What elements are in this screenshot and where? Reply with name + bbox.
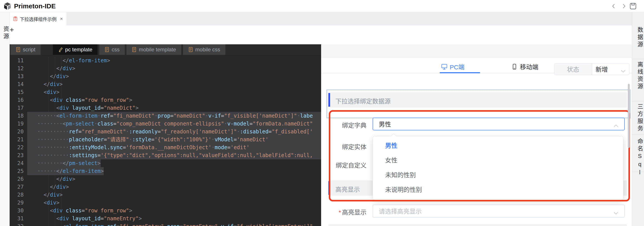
section-title: 下拉选择绑定数据源 [335, 97, 390, 105]
chevron-down-icon [613, 209, 618, 213]
line-number: 21 [10, 136, 27, 143]
preview-toolbar: 刷新 [321, 44, 632, 58]
save-icon[interactable] [630, 3, 636, 10]
line-number: 26 [10, 175, 27, 183]
add-view-button[interactable]: + [10, 26, 14, 34]
code-text: <el-form-item ref="fi_nameEntry" prop="n… [27, 222, 313, 226]
line-number: 19 [10, 120, 27, 128]
tab-mobile[interactable]: 移动端 [511, 62, 538, 71]
right-rail-item-4[interactable]: 命名Sql [632, 138, 644, 177]
right-rail-item-3[interactable]: 三方服务 [632, 104, 644, 133]
editor-tab-mobile-template[interactable]: mobile template [126, 44, 181, 55]
editor-tab-label: pc template [65, 47, 92, 53]
dropdown-option[interactable]: 男性 [373, 138, 623, 153]
line-number: 25 [10, 167, 27, 175]
chevron-down-icon [620, 67, 626, 71]
code-text: <div> [27, 199, 60, 207]
nav-back-icon[interactable] [611, 3, 617, 9]
view-tab-row: 低开表单 默认视图 + 设计模式预览表单设置 [10, 26, 632, 44]
field-label-highlight: *高亮显示 [329, 207, 366, 216]
tab-pc[interactable]: PC端 [441, 62, 464, 71]
close-icon[interactable]: × [60, 16, 63, 22]
code-editor: scriptpc templatecssmobile templatemobil… [10, 44, 321, 226]
code-line: 17 <div layout_id="nameDict"> [10, 104, 321, 112]
code-line: 15 <div> [10, 88, 321, 96]
editor-tab-label: script [23, 47, 35, 53]
code-area[interactable]: 11 </el-form-item>12 </div>13 </div>14 <… [10, 55, 321, 226]
app-logo-icon [3, 2, 12, 11]
code-text: ······<el-form-item·ref="fi_nameDict"·pr… [27, 112, 321, 120]
bind-dict-value: 男性 [379, 120, 391, 128]
section-header-partial [328, 224, 627, 226]
code-text: </div> [27, 183, 69, 191]
code-text: <div class="row form_row"> [27, 207, 132, 214]
code-text: <div layout_id="nameDict"> [27, 104, 138, 112]
field-label-bind-custom: 绑定自定义 [329, 161, 366, 169]
code-text: ··········:entityModel.sync='formData.__… [27, 143, 321, 151]
right-rail-divider [632, 172, 644, 172]
right-rail-divider [632, 134, 644, 135]
monitor-icon [441, 63, 448, 70]
code-text: <div class="row form_row"> [27, 96, 132, 104]
code-text: ··········:settings='{"type":"dict","opt… [27, 151, 321, 159]
highlight-select[interactable]: 请选择高亮显示 [373, 204, 625, 218]
line-number: 15 [10, 88, 27, 96]
code-line: 31 <div layout_id="nameEntry"> [10, 214, 321, 222]
line-number: 29 [10, 199, 27, 207]
document-icon [13, 16, 18, 22]
right-rail-item-1[interactable]: 数据源 [632, 27, 644, 49]
section-header-datasource[interactable]: 下拉选择绑定数据源 [328, 92, 627, 108]
code-text: </el-form-item> [27, 57, 110, 65]
section-accent-bar [328, 181, 330, 195]
code-line: 30 <div class="row form_row"> [10, 207, 321, 214]
section-title: 高亮显示 [335, 185, 360, 193]
dropdown-option[interactable]: 未说明的性别 [373, 182, 623, 197]
line-number: 31 [10, 214, 27, 222]
state-select[interactable]: 新增 [592, 63, 629, 75]
editor-tab-mobile-css[interactable]: mobile css [183, 44, 225, 55]
device-tab-active-underline [440, 72, 480, 73]
dropdown-option[interactable]: 女性 [373, 153, 623, 168]
doc-tab-bar: 下拉选择组件示例 × [10, 12, 632, 26]
line-number: 14 [10, 80, 27, 88]
code-line: 24········</pm-select> [10, 159, 321, 167]
code-line: 19········<pm-select·class="comp_nameDic… [10, 120, 321, 128]
code-text: ··········placeholder="请选择"·:style='{"wi… [27, 136, 321, 143]
doc-tab-label: 下拉选择组件示例 [20, 16, 56, 22]
line-number: 23 [10, 151, 27, 159]
editor-tab-label: mobile css [195, 47, 220, 53]
code-line: 21··········placeholder="请选择"·:style='{"… [10, 136, 321, 143]
code-line: 20··········ref="ref_nameDict"·:readonly… [10, 128, 321, 136]
line-number: 16 [10, 96, 27, 104]
editor-tab-label: css [112, 47, 120, 53]
bind-dict-select[interactable]: 男性 [373, 118, 625, 130]
editor-tab-pc-template[interactable]: pc template [53, 44, 98, 55]
editor-tab-css[interactable]: css [99, 44, 125, 55]
file-icon [132, 47, 136, 53]
editor-tab-script[interactable]: script [10, 44, 40, 55]
line-number: 17 [10, 104, 27, 112]
right-rail-item-2[interactable]: 离线资源 [632, 61, 644, 90]
code-text: </div> [27, 80, 63, 88]
code-line: 12 </div> [10, 65, 321, 72]
nav-forward-icon[interactable] [621, 3, 627, 9]
state-label: 状态 [554, 63, 592, 75]
code-text: </div> [27, 65, 75, 72]
left-rail-item-resources[interactable]: 资源 [2, 26, 10, 40]
doc-tab[interactable]: 下拉选择组件示例 × [10, 12, 66, 26]
dropdown-option[interactable]: 未知的性别 [373, 168, 623, 182]
state-value: 新增 [596, 65, 608, 74]
code-text: ······</el-form-item> [27, 167, 104, 175]
code-line: 23··········:settings='{"type":"dict","o… [10, 151, 321, 159]
phone-icon [511, 63, 518, 70]
code-line: 18······<el-form-item·ref="fi_nameDict"·… [10, 112, 321, 120]
line-number: 24 [10, 159, 27, 167]
code-line: 16 <div class="row form_row"> [10, 96, 321, 104]
line-number: 22 [10, 143, 27, 151]
tab-mobile-label: 移动端 [520, 62, 538, 71]
editor-tab-label: mobile template [139, 47, 176, 53]
highlight-placeholder: 请选择高亮显示 [379, 207, 422, 215]
file-icon [104, 47, 110, 53]
preview-scrollbar[interactable] [628, 84, 630, 148]
line-number: 11 [10, 57, 27, 65]
